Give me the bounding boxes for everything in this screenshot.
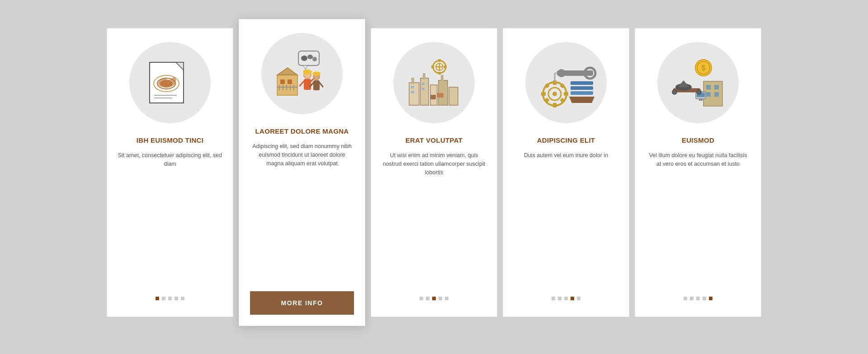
card-4-dots [514, 291, 618, 306]
card-5-text: Vel illum dolore eu feugiat nulla facili… [646, 151, 750, 279]
dot-4 [439, 297, 442, 300]
dot-3 [168, 297, 172, 300]
svg-point-10 [307, 55, 313, 59]
dot-2 [426, 297, 429, 300]
card-4: ADIPISCING ELIT Duis autem vel eum iriur… [503, 28, 629, 317]
svg-rect-88 [699, 99, 703, 101]
dot-5 [445, 297, 448, 300]
svg-rect-68 [571, 81, 593, 85]
svg-rect-13 [277, 75, 297, 95]
card-5-icon-circle: $ [657, 42, 739, 123]
dot-4 [571, 297, 574, 300]
svg-rect-42 [420, 78, 429, 105]
svg-rect-44 [439, 80, 448, 105]
svg-rect-50 [411, 91, 414, 93]
dot-1 [684, 297, 687, 300]
svg-rect-36 [438, 72, 441, 75]
svg-rect-24 [304, 79, 311, 90]
card-4-icon-circle [525, 42, 607, 123]
card-3: ERAT VOLUTPAT Ut wisi enim ad minim veni… [371, 28, 497, 317]
cards-container: IBH EUISMOD TINCI Sit amet, consectetuer… [80, 10, 788, 344]
card-1-text: Sit amet, consectetuer adipiscing elit, … [118, 151, 222, 279]
svg-rect-52 [422, 88, 425, 90]
svg-point-9 [301, 56, 307, 61]
dot-5 [577, 297, 580, 300]
svg-rect-37 [431, 65, 434, 68]
card-2-icon-circle [261, 33, 343, 114]
card-5: $ EUISMOD Vel illu [635, 28, 761, 317]
card-1: IBH EUISMOD TINCI Sit amet, consectetuer… [107, 28, 233, 317]
svg-point-90 [697, 90, 701, 94]
svg-rect-47 [423, 73, 425, 79]
svg-rect-85 [714, 92, 719, 97]
card-4-text: Duis autem vel eum iriure dolor in [524, 151, 608, 279]
svg-point-89 [672, 90, 677, 94]
geological-map-icon [145, 60, 195, 105]
card-5-dots [646, 291, 750, 306]
svg-point-11 [312, 57, 317, 61]
workers-community-icon [275, 49, 329, 98]
dot-1 [552, 297, 555, 300]
svg-marker-80 [678, 80, 689, 87]
card-3-footer [382, 291, 486, 306]
card-1-footer [118, 291, 222, 306]
svg-rect-61 [564, 92, 568, 96]
svg-rect-54 [437, 93, 443, 98]
svg-rect-35 [438, 59, 441, 62]
card-3-dots [382, 291, 486, 306]
svg-line-30 [320, 83, 323, 87]
svg-rect-83 [714, 85, 719, 89]
card-4-footer [514, 291, 618, 306]
svg-rect-38 [444, 65, 447, 68]
svg-rect-46 [411, 78, 414, 84]
svg-rect-60 [541, 92, 546, 96]
svg-rect-28 [313, 80, 320, 90]
card-1-icon-circle [129, 42, 211, 123]
card-4-title: ADIPISCING ELIT [537, 136, 595, 145]
svg-rect-14 [280, 79, 285, 84]
dot-4 [703, 297, 706, 300]
svg-point-57 [552, 92, 557, 96]
card-3-icon-circle [393, 42, 475, 123]
card-5-footer [646, 291, 750, 306]
card-1-dots [118, 291, 222, 306]
svg-rect-15 [288, 79, 292, 84]
svg-rect-70 [571, 91, 593, 95]
card-2: LAOREET DOLORE MAGNA Adipiscing elit, se… [239, 19, 365, 326]
svg-marker-71 [569, 97, 594, 103]
svg-marker-12 [303, 65, 307, 70]
dot-3 [564, 297, 568, 300]
card-3-title: ERAT VOLUTPAT [406, 136, 462, 145]
card-2-text: Adipiscing elit, sed diam nonummy nibh e… [250, 142, 354, 279]
dot-5 [709, 297, 712, 300]
svg-rect-48 [441, 75, 443, 81]
dot-3 [696, 297, 700, 300]
dot-4 [175, 297, 178, 300]
svg-rect-51 [422, 83, 425, 85]
dot-2 [162, 297, 165, 300]
svg-point-31 [303, 70, 312, 74]
card-2-title: LAOREET DOLORE MAGNA [255, 127, 349, 136]
factory-gear-icon [407, 58, 461, 107]
mining-equipment-icon [537, 58, 595, 107]
svg-rect-45 [449, 87, 458, 105]
svg-rect-66 [557, 70, 593, 76]
svg-rect-49 [411, 86, 414, 88]
svg-rect-84 [706, 92, 711, 97]
svg-rect-59 [553, 103, 557, 107]
svg-marker-16 [277, 68, 297, 75]
svg-rect-82 [706, 85, 711, 89]
dot-1 [156, 297, 159, 300]
more-info-button[interactable]: MORE INFO [250, 291, 354, 315]
dot-1 [420, 297, 423, 300]
dot-2 [558, 297, 561, 300]
dot-5 [181, 297, 184, 300]
card-5-title: EUISMOD [682, 136, 714, 145]
svg-point-32 [312, 72, 321, 76]
card-3-text: Ut wisi enim ad minim veniam, quis nostr… [382, 151, 486, 279]
mining-profit-icon: $ [671, 58, 725, 107]
svg-text:$: $ [702, 64, 706, 72]
card-1-title: IBH EUISMOD TINCI [137, 136, 203, 145]
svg-rect-53 [430, 95, 436, 99]
svg-line-25 [300, 81, 304, 86]
